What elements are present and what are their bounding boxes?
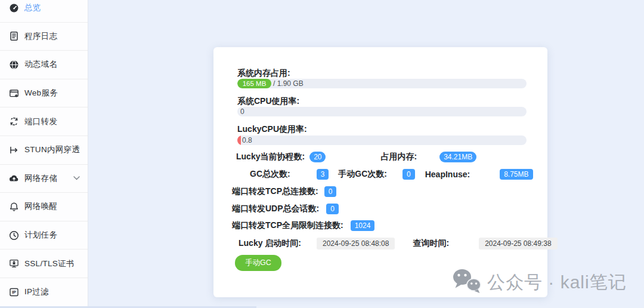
sidebar-menu: 总览 程序日志 动态域名 Web服务 端口转发 [0,0,88,307]
gc-total-label: GC总次数: [250,169,290,180]
gauge-icon [9,3,19,13]
sidebar-item-network-storage[interactable]: 网络存储 [0,165,88,193]
lucky-cpu-progress-bar: 0.8 [237,135,527,145]
sidebar-item-label: 动态域名 [24,59,57,70]
query-time-label: 查询时间: [413,238,449,249]
stats-row-tcp-global-limit: 端口转发TCP全局限制连接数: 1024 [232,220,374,232]
overview-card: 系统内存占用: 165 MB / 1.90 GB 系统CPU使用率: 0 Luc… [213,47,547,297]
tcp-connections-label: 端口转发TCP总连接数: [232,186,318,197]
tcp-global-limit-badge: 1024 [351,220,375,231]
ip-filter-icon: IP [9,287,19,297]
sidebar-item-label: 总览 [24,2,41,13]
sidebar-item-label: IP过滤 [24,287,49,297]
clock-icon [9,230,19,241]
sidebar-item-label: 网络存储 [24,173,57,184]
gc-manual-label: 手动GC次数: [338,169,387,180]
sidebar: 总览 程序日志 动态域名 Web服务 端口转发 [0,0,88,308]
sidebar-item-ssl-certificates[interactable]: SSL/TLS证书 [0,250,88,278]
gc-total-badge: 3 [317,169,329,180]
sidebar-item-overview[interactable]: 总览 [0,0,88,23]
sidebar-item-label: 程序日志 [24,31,57,42]
memory-total-text: / 1.90 GB [273,79,304,88]
sidebar-item-web-service[interactable]: Web服务 [0,79,88,108]
stats-row-gc: GC总次数: 3 手动GC次数: 0 HeapInuse: 8.75MB [250,168,533,180]
cloud-upload-icon [9,173,19,183]
stats-row-times: Lucky 启动时间: 2024-09-25 08:48:08 查询时间: 20… [239,237,558,250]
sidebar-item-label: SSL/TLS证书 [24,258,75,269]
stats-row-udp-sessions: 端口转发UDP总会话数: 0 [232,203,339,215]
sidebar-item-logs[interactable]: 程序日志 [0,23,88,51]
sidebar-item-stun[interactable]: STUN内网穿透 [0,136,88,165]
sidebar-item-label: Web服务 [24,88,58,98]
log-icon [9,31,19,41]
sidebar-item-label: STUN内网穿透 [24,144,80,155]
chevron-down-icon [73,176,80,180]
sidebar-item-label: 网络唤醒 [24,201,57,212]
lucky-memory-badge: 34.21MB [439,152,476,162]
sidebar-item-label: 端口转发 [24,116,57,127]
udp-sessions-label: 端口转发UDP总会话数: [232,204,319,214]
lucky-memory-label: 占用内存: [380,152,417,162]
lucky-cpu-progress-fill [237,135,241,145]
lucky-cpu-value: 0.8 [242,136,252,144]
memory-progress-fill: 165 MB [237,79,271,88]
lucky-cpu-label: LuckyCPU使用率: [237,124,307,134]
stun-icon [9,145,19,155]
tcp-global-limit-label: 端口转发TCP全局限制连接数: [232,220,343,231]
memory-progress-bar: 165 MB / 1.90 GB [237,79,527,88]
system-cpu-label: 系统CPU使用率: [237,96,299,106]
start-time-value: 2024-09-25 08:48:08 [317,238,395,250]
gc-manual-badge: 0 [402,169,415,180]
sidebar-item-ip-filter[interactable]: IP IP过滤 [0,278,88,307]
goroutines-label: Lucky当前协程数: [236,152,305,162]
heap-inuse-label: HeapInuse: [425,170,470,179]
bell-icon [9,202,19,212]
goroutines-badge: 20 [309,152,326,162]
memory-usage-label: 系统内存占用: [237,68,290,78]
query-time-value: 2024-09-25 08:49:38 [479,238,557,250]
web-service-icon [9,88,19,98]
sidebar-item-port-forward[interactable]: 端口转发 [0,107,88,136]
stats-row-tcp-connections: 端口转发TCP总连接数: 0 [232,186,336,198]
sidebar-item-scheduled-tasks[interactable]: 计划任务 [0,221,88,250]
heap-inuse-badge: 8.75MB [500,169,532,180]
udp-sessions-badge: 0 [326,204,339,214]
sidebar-item-ddns[interactable]: 动态域名 [0,51,88,79]
svg-text:IP: IP [12,289,16,295]
tcp-connections-badge: 0 [324,186,337,197]
system-cpu-value: 0 [240,107,244,116]
certificate-icon [9,258,19,269]
manual-gc-button[interactable]: 手动GC [235,255,281,271]
port-forward-icon [9,116,19,127]
sidebar-item-label: 计划任务 [24,230,57,241]
start-time-label: Lucky 启动时间: [239,238,301,249]
system-cpu-progress-bar: 0 [237,107,527,116]
globe-icon [9,60,19,70]
stats-row-goroutines: Lucky当前协程数: 20 占用内存: 34.21MB [236,151,476,163]
sidebar-item-wake-on-lan[interactable]: 网络唤醒 [0,193,88,221]
